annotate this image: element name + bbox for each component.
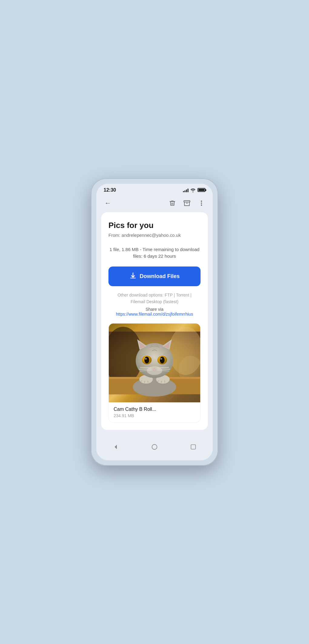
status-bar: 12:30	[96, 184, 213, 195]
email-from: From: andrelepennec@yahoo.co.uk	[108, 233, 201, 238]
attachment-preview	[109, 324, 200, 402]
cat-image-svg	[109, 324, 200, 402]
svg-point-4	[201, 205, 202, 205]
recent-nav-icon	[190, 444, 196, 450]
svg-point-12	[133, 377, 176, 397]
nav-home-button[interactable]	[147, 440, 162, 454]
svg-marker-40	[115, 445, 117, 449]
attachment-card[interactable]: Cam Cathy B Roll... 234.91 MB	[108, 323, 201, 423]
phone-frame: 12:30 ←	[91, 178, 218, 466]
share-url-link[interactable]: https://www.filemail.com/d/zsjfoifemrrhi…	[116, 312, 193, 317]
svg-point-3	[201, 203, 202, 203]
home-nav-icon	[151, 444, 158, 450]
svg-line-20	[164, 381, 165, 383]
svg-point-31	[160, 358, 162, 360]
trash-icon	[169, 200, 176, 206]
share-label: Share via	[145, 307, 163, 312]
other-options: Other download options: FTP | Torrent | …	[108, 292, 201, 305]
torrent-link[interactable]: Torrent	[176, 293, 189, 297]
svg-point-30	[160, 357, 164, 364]
status-time: 12:30	[104, 187, 116, 193]
email-card: Pics for you From: andrelepennec@yahoo.c…	[101, 212, 208, 430]
more-button[interactable]	[196, 198, 207, 208]
attachment-size: 234.91 MB	[114, 413, 195, 418]
content-area: Pics for you From: andrelepennec@yahoo.c…	[96, 212, 213, 435]
share-link-row: Share via https://www.filemail.com/d/zsj…	[108, 307, 201, 317]
svg-point-28	[145, 358, 147, 360]
top-nav: ←	[96, 195, 213, 212]
from-address: andrelepennec@yahoo.co.uk	[121, 233, 181, 238]
more-icon	[198, 200, 205, 206]
filemail-desktop-link[interactable]: Filemail Desktop (fastest)	[131, 299, 178, 304]
svg-line-17	[148, 381, 148, 383]
back-nav-icon	[112, 444, 119, 450]
signal-icon	[183, 188, 188, 192]
attachment-info: Cam Cathy B Roll... 234.91 MB	[109, 402, 200, 422]
svg-rect-5	[130, 278, 136, 278]
svg-rect-42	[191, 445, 196, 449]
attachment-name: Cam Cathy B Roll...	[114, 407, 195, 412]
battery-icon	[198, 188, 205, 192]
svg-point-39	[147, 367, 162, 375]
nav-actions	[167, 198, 207, 208]
other-options-label: Other download options:	[118, 293, 164, 297]
svg-point-41	[152, 444, 157, 450]
svg-point-27	[145, 357, 149, 364]
email-subject: Pics for you	[108, 221, 201, 230]
ftp-link[interactable]: FTP	[165, 293, 173, 297]
delete-button[interactable]	[167, 198, 178, 208]
download-button-label: Download Files	[140, 273, 180, 280]
svg-point-2	[201, 201, 202, 201]
archive-icon	[184, 200, 190, 206]
nav-back-button[interactable]	[108, 440, 123, 454]
back-button[interactable]: ←	[102, 198, 113, 209]
svg-rect-0	[184, 200, 190, 202]
status-icons	[183, 188, 205, 192]
bottom-nav	[96, 435, 213, 460]
download-button[interactable]: Download Files	[108, 267, 201, 286]
download-icon	[129, 272, 137, 281]
nav-recent-button[interactable]	[186, 440, 201, 454]
file-info: 1 file, 1.86 MB - Time remaining to down…	[108, 246, 201, 260]
wifi-icon	[190, 188, 196, 192]
phone-screen: 12:30 ←	[96, 184, 213, 461]
archive-button[interactable]	[182, 198, 192, 208]
from-label: From:	[108, 233, 120, 238]
